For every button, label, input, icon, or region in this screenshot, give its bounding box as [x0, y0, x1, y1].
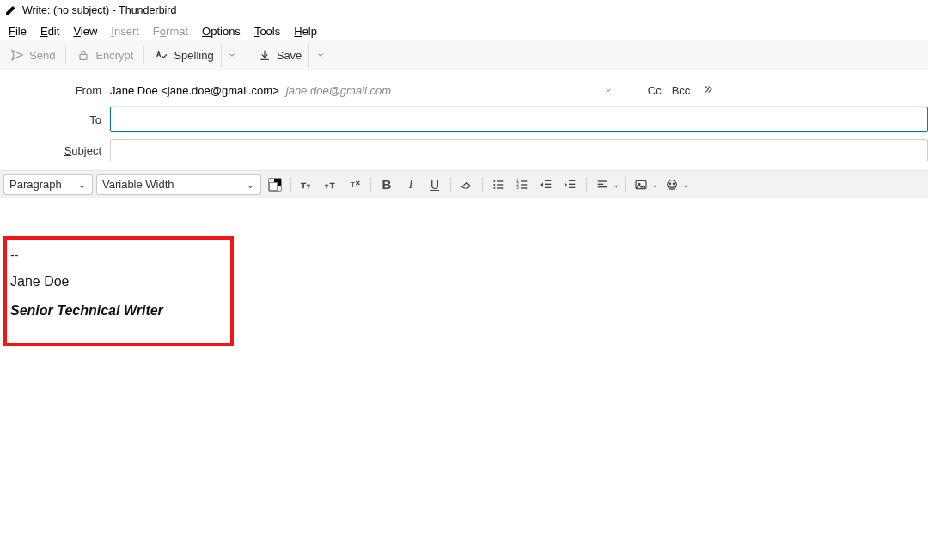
send-label: Send: [29, 49, 55, 62]
menu-edit[interactable]: Edit: [34, 23, 66, 40]
svg-rect-15: [521, 184, 527, 185]
chevron-down-icon: ⌄: [613, 180, 620, 189]
insert-emoji-button[interactable]: [662, 174, 682, 195]
svg-rect-23: [569, 186, 575, 187]
menu-options[interactable]: Options: [195, 23, 247, 40]
chevron-down-icon: ⌄: [651, 180, 658, 189]
menu-help[interactable]: Help: [287, 23, 324, 40]
spelling-dropdown[interactable]: [221, 43, 243, 67]
svg-point-6: [493, 180, 495, 182]
svg-text:3: 3: [516, 186, 519, 190]
paragraph-style-select[interactable]: Paragraph ⌄: [3, 174, 93, 195]
svg-rect-22: [569, 183, 575, 184]
toolbar-separator: [65, 46, 66, 64]
svg-rect-26: [598, 186, 607, 187]
paragraph-style-value: Paragraph: [9, 178, 62, 191]
compose-body[interactable]: -- Jane Doe Senior Technical Writer: [0, 236, 928, 346]
number-list-icon: 123: [516, 178, 529, 192]
font-smaller-icon: TT: [300, 178, 314, 192]
cc-button[interactable]: Cc: [643, 82, 667, 99]
from-row: From Jane Doe <jane.doe@gmail.com> jane.…: [0, 77, 928, 103]
separator: [482, 177, 483, 192]
bullet-list-icon: [491, 178, 505, 192]
save-label: Save: [277, 49, 302, 62]
toolbar-separator: [247, 46, 247, 64]
send-icon: [10, 48, 24, 62]
eraser-icon: [460, 178, 473, 192]
menu-file[interactable]: File: [2, 23, 34, 40]
chevron-down-icon: ⌄: [682, 180, 689, 189]
format-toolbar: Paragraph ⌄ Variable Width ⌄ TT TT T B I…: [0, 171, 928, 198]
signature-block: -- Jane Doe Senior Technical Writer: [3, 236, 234, 346]
download-icon: [258, 48, 272, 62]
italic-icon: I: [409, 177, 413, 192]
svg-text:T: T: [351, 180, 356, 188]
save-button[interactable]: Save: [251, 43, 309, 67]
svg-rect-19: [545, 183, 551, 184]
spellcheck-icon: [155, 48, 168, 62]
align-button[interactable]: [592, 174, 613, 195]
indent-button[interactable]: [560, 174, 581, 195]
separator: [586, 177, 587, 192]
from-value: Jane Doe <jane.doe@gmail.com>: [110, 84, 279, 97]
insert-image-button[interactable]: [631, 174, 651, 195]
bold-button[interactable]: B: [376, 174, 397, 195]
indent-icon: [564, 178, 577, 192]
align-left-icon: [595, 178, 609, 192]
remove-format-button[interactable]: T: [345, 174, 365, 195]
svg-rect-11: [497, 187, 503, 188]
font-family-select[interactable]: Variable Width ⌄: [96, 174, 261, 195]
separator: [450, 177, 451, 192]
svg-text:T: T: [330, 181, 335, 190]
chevron-down-icon: ⌄: [77, 178, 87, 191]
to-input[interactable]: [110, 107, 928, 132]
svg-point-31: [673, 183, 674, 184]
chevron-double-right-icon: [702, 83, 714, 95]
encrypt-label: Encrypt: [95, 49, 133, 62]
image-icon: [634, 178, 648, 192]
font-size-increase-button[interactable]: TT: [321, 174, 341, 195]
chevron-down-icon: ⌄: [246, 178, 255, 191]
remove-text-style-button[interactable]: [456, 174, 477, 195]
pencil-icon: [5, 4, 17, 16]
from-account-dropdown[interactable]: jane.doe@gmail.com: [286, 84, 621, 97]
chevron-down-icon: [228, 51, 236, 59]
svg-rect-24: [598, 180, 607, 181]
svg-rect-18: [545, 180, 551, 180]
outdent-button[interactable]: [536, 174, 557, 195]
lock-icon: [76, 48, 90, 62]
italic-button[interactable]: I: [400, 174, 421, 195]
svg-rect-9: [497, 184, 503, 185]
bcc-button[interactable]: Bcc: [667, 82, 696, 99]
underline-button[interactable]: U: [424, 174, 445, 195]
main-toolbar: Send Encrypt Spelling Save: [0, 40, 928, 70]
encrypt-button[interactable]: Encrypt: [70, 43, 140, 67]
spelling-label: Spelling: [174, 49, 213, 62]
svg-rect-21: [569, 180, 575, 180]
subject-input[interactable]: [110, 139, 928, 161]
more-recipients-button[interactable]: [702, 83, 714, 98]
number-list-button[interactable]: 123: [512, 174, 533, 195]
font-size-decrease-button[interactable]: TT: [296, 174, 317, 195]
smiley-icon: [665, 178, 679, 192]
send-button[interactable]: Send: [3, 43, 62, 67]
chevron-down-icon: [604, 84, 613, 97]
menu-bar: File Edit View Insert Format Options Too…: [0, 21, 928, 40]
menu-view[interactable]: View: [66, 23, 104, 40]
svg-rect-0: [80, 54, 87, 59]
color-swatch-icon: [268, 178, 282, 192]
subject-row: Subject: [0, 136, 928, 165]
signature-name: Jane Doe: [10, 274, 225, 289]
menu-format[interactable]: Format: [146, 23, 195, 40]
text-color-button[interactable]: [265, 174, 285, 195]
save-dropdown[interactable]: [308, 43, 331, 67]
menu-insert[interactable]: Insert: [104, 23, 146, 40]
menu-tools[interactable]: Tools: [247, 23, 287, 40]
spelling-button[interactable]: Spelling: [148, 43, 220, 67]
font-larger-icon: TT: [324, 178, 338, 192]
separator: [370, 177, 371, 192]
signature-title: Senior Technical Writer: [10, 303, 225, 319]
separator: [290, 177, 291, 192]
bullet-list-button[interactable]: [488, 174, 509, 195]
window-title: Write: (no subject) - Thunderbird: [22, 4, 176, 16]
